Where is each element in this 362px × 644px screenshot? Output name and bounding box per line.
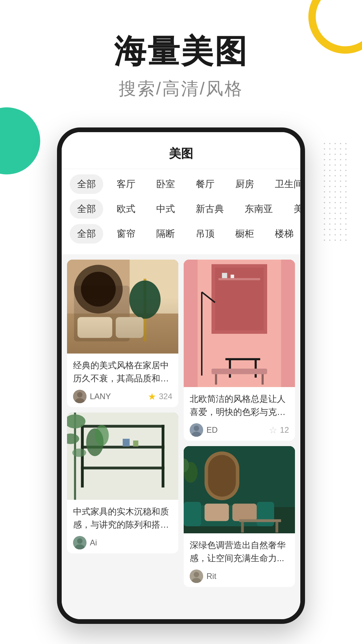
card-3-desc: 中式家具的实木沉稳和质感，与讲究的陈列和搭配， [73, 505, 172, 531]
svg-rect-58 [204, 504, 229, 521]
card-1-author: LANY [73, 390, 111, 403]
svg-point-9 [81, 272, 116, 307]
filter-row-2: 全部 欧式 中式 新古典 东南亚 美式 [70, 199, 292, 219]
svg-rect-52 [208, 455, 236, 497]
svg-rect-59 [232, 504, 257, 521]
filter-curtain[interactable]: 窗帘 [109, 224, 143, 244]
svg-point-11 [77, 392, 82, 397]
card-2-footer: ED ☆ 12 [190, 423, 289, 437]
card-3-image [67, 413, 178, 500]
filter-chinese[interactable]: 中式 [149, 199, 182, 219]
svg-rect-62 [276, 522, 278, 532]
filter-european[interactable]: 欧式 [109, 199, 143, 219]
svg-rect-26 [133, 440, 138, 446]
svg-rect-18 [162, 425, 164, 488]
card-2-likes: ☆ 12 [269, 425, 289, 436]
svg-rect-1 [130, 260, 178, 354]
card-1-body: 经典的美式风格在家居中历久不衰，其高品质和追求... [67, 354, 178, 407]
card-2-body: 北欧简洁的风格总是让人喜爱，明快的色彩与克制的... [184, 387, 295, 441]
card-1-image [67, 260, 178, 354]
filter-ceiling[interactable]: 吊顶 [188, 224, 222, 244]
filter-all-2[interactable]: 全部 [70, 199, 103, 219]
card-3-author: Ai [73, 536, 97, 549]
card-4-author: Rit [190, 570, 216, 583]
main-title: 海量美图 [0, 34, 362, 69]
filter-dining[interactable]: 餐厅 [188, 174, 222, 194]
card-1[interactable]: 经典的美式风格在家居中历久不衰，其高品质和追求... [67, 260, 178, 407]
card-1-avatar [73, 390, 86, 403]
svg-point-5 [129, 280, 161, 319]
card-4-author-name: Rit [206, 572, 216, 581]
star-filled-icon: ★ [148, 391, 156, 402]
card-3-avatar [73, 536, 86, 549]
svg-rect-2 [67, 314, 178, 354]
card-4-image [184, 446, 295, 533]
card-1-likes: ★ 324 [148, 391, 172, 402]
filter-partition[interactable]: 隔断 [149, 224, 182, 244]
phone-frame: 美图 全部 客厅 卧室 餐厅 厨房 卫生间 全部 欧式 中式 新古 [57, 127, 305, 624]
svg-rect-40 [226, 358, 260, 360]
card-4-footer: Rit [190, 570, 289, 583]
filter-all-3[interactable]: 全部 [70, 224, 103, 244]
filter-neoclassical[interactable]: 新古典 [188, 199, 231, 219]
filter-southeast-asia[interactable]: 东南亚 [237, 199, 280, 219]
svg-rect-16 [81, 467, 165, 469]
card-1-footer: LANY ★ 324 [73, 390, 172, 403]
star-empty-icon: ☆ [269, 425, 277, 436]
subtitle: 搜索/高清/风格 [0, 77, 362, 101]
filter-bathroom[interactable]: 卫生间 [267, 174, 300, 194]
svg-rect-6 [77, 317, 112, 338]
filter-kitchen[interactable]: 厨房 [228, 174, 261, 194]
svg-rect-60 [239, 519, 281, 522]
filter-row-1: 全部 客厅 卧室 餐厅 厨房 卫生间 [70, 174, 292, 194]
filters-section: 全部 客厅 卧室 餐厅 厨房 卫生间 全部 欧式 中式 新古典 东南亚 美式 [62, 169, 300, 254]
card-2-likes-count: 12 [280, 425, 289, 435]
card-3-body: 中式家具的实木沉稳和质感，与讲究的陈列和搭配， [67, 500, 178, 553]
svg-rect-43 [212, 369, 267, 374]
svg-point-47 [194, 426, 199, 431]
filter-bedroom[interactable]: 卧室 [149, 174, 182, 194]
card-2-avatar [190, 423, 203, 437]
svg-rect-36 [222, 273, 227, 278]
app-header: 美图 [62, 132, 300, 169]
card-2-desc: 北欧简洁的风格总是让人喜爱，明快的色彩与克制的... [190, 392, 289, 419]
svg-rect-57 [257, 502, 274, 526]
filter-american[interactable]: 美式 [286, 199, 300, 219]
svg-rect-38 [201, 292, 202, 376]
deco-circle-green [0, 107, 40, 174]
svg-rect-37 [231, 275, 234, 278]
card-1-desc: 经典的美式风格在家居中历久不衰，其高品质和追求... [73, 359, 172, 385]
svg-rect-56 [184, 502, 201, 526]
card-2-image [184, 260, 295, 387]
filter-cabinet[interactable]: 橱柜 [228, 224, 261, 244]
card-3-footer: Ai [73, 536, 172, 549]
filter-row-3: 全部 窗帘 隔断 吊顶 橱柜 楼梯 窗 [70, 224, 292, 244]
card-1-likes-count: 324 [159, 392, 172, 401]
card-4-desc: 深绿色调营造出自然奢华感，让空间充满生命力... [190, 539, 289, 565]
svg-rect-7 [116, 317, 143, 338]
filter-stairs[interactable]: 楼梯 [267, 224, 300, 244]
content-grid: 经典的美式风格在家居中历久不衰，其高品质和追求... [62, 254, 300, 587]
svg-rect-35 [219, 278, 260, 280]
svg-point-64 [194, 572, 199, 577]
svg-point-24 [72, 448, 86, 457]
svg-rect-61 [241, 522, 244, 532]
phone-mockup: 美图 全部 客厅 卧室 餐厅 厨房 卫生间 全部 欧式 中式 新古 [57, 127, 305, 624]
card-4-body: 深绿色调营造出自然奢华感，让空间充满生命力... [184, 533, 295, 587]
card-1-author-name: LANY [90, 392, 111, 401]
filter-all-1[interactable]: 全部 [70, 174, 103, 194]
grid-col-left: 经典的美式风格在家居中历久不衰，其高品质和追求... [67, 260, 178, 587]
card-3[interactable]: 中式家具的实木沉稳和质感，与讲究的陈列和搭配， [67, 413, 178, 553]
deco-dots [322, 141, 349, 241]
card-4-avatar [190, 570, 203, 583]
phone-content: 美图 全部 客厅 卧室 餐厅 厨房 卫生间 全部 欧式 中式 新古 [62, 132, 300, 619]
card-2[interactable]: 北欧简洁的风格总是让人喜爱，明快的色彩与克制的... [184, 260, 295, 441]
svg-rect-14 [81, 425, 165, 428]
card-2-author-name: ED [206, 425, 218, 435]
svg-point-20 [95, 425, 109, 446]
card-4[interactable]: 深绿色调营造出自然奢华感，让空间充满生命力... [184, 446, 295, 587]
svg-rect-44 [215, 374, 217, 384]
header-section: 海量美图 搜索/高清/风格 [0, 0, 362, 101]
filter-living-room[interactable]: 客厅 [109, 174, 143, 194]
svg-rect-25 [123, 439, 130, 446]
